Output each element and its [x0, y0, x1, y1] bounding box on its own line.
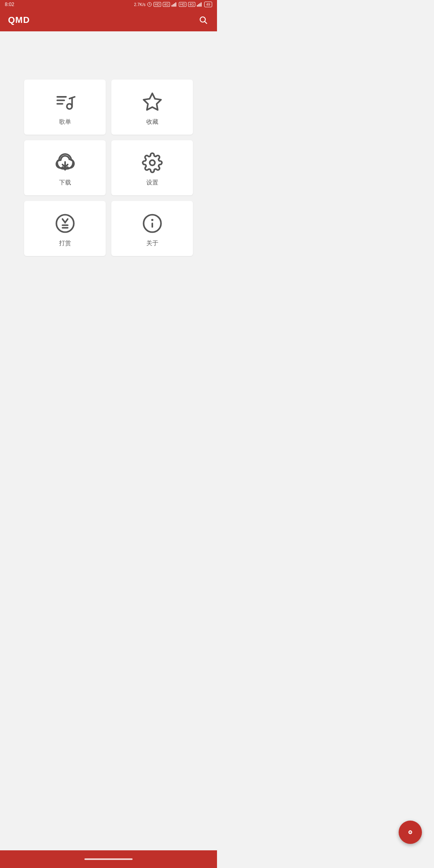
svg-rect-5: [197, 5, 198, 6]
playlist-icon: [55, 92, 76, 113]
playlist-label: 歌单: [59, 118, 71, 126]
grid-item-favorites[interactable]: 收藏: [111, 80, 193, 135]
status-bar: 8:02 2.7K/s HD 4G HD 4G 49: [0, 0, 217, 9]
app-title: QMD: [8, 15, 30, 25]
grid-item-settings[interactable]: 设置: [111, 140, 193, 195]
yen-icon: [55, 213, 76, 234]
network-4g-2: 4G: [188, 2, 195, 7]
grid-item-download[interactable]: 下载: [24, 140, 106, 195]
grid-item-playlist[interactable]: 歌单: [24, 80, 106, 135]
svg-marker-16: [143, 93, 161, 110]
svg-rect-6: [198, 4, 199, 6]
svg-rect-3: [174, 3, 175, 6]
signal-icon-1: [172, 2, 177, 7]
svg-rect-1: [172, 5, 172, 6]
svg-point-9: [200, 17, 205, 22]
info-icon: [142, 213, 163, 234]
battery-indicator: 49: [204, 2, 212, 7]
clock-icon: [147, 2, 152, 7]
grid-item-tip[interactable]: 打赏: [24, 201, 106, 256]
status-right-icons: 2.7K/s HD 4G HD 4G 49: [134, 2, 212, 7]
svg-rect-2: [173, 4, 174, 6]
network-4g-1: 4G: [163, 2, 170, 7]
svg-rect-8: [201, 2, 201, 7]
hd-badge-2: HD: [179, 2, 186, 7]
grid-item-about[interactable]: 关于: [111, 201, 193, 256]
svg-line-10: [205, 22, 207, 24]
signal-icon-2: [197, 2, 203, 7]
svg-rect-7: [199, 3, 200, 6]
svg-point-19: [149, 160, 155, 166]
search-button[interactable]: [198, 14, 209, 26]
svg-point-14: [67, 104, 72, 109]
download-label: 下载: [59, 179, 71, 186]
download-icon: [55, 152, 76, 173]
about-label: 关于: [146, 240, 158, 247]
hd-badge-1: HD: [154, 2, 161, 7]
svg-rect-4: [175, 2, 176, 7]
status-time: 8:02: [5, 2, 14, 7]
settings-label: 设置: [146, 179, 158, 186]
svg-line-15: [69, 97, 74, 98]
menu-grid: 歌单 收藏 下载: [24, 80, 193, 256]
star-icon: [142, 92, 163, 113]
search-icon: [199, 15, 208, 25]
tip-label: 打赏: [59, 240, 71, 247]
app-bar: QMD: [0, 9, 217, 31]
main-content: 歌单 收藏 下载: [0, 31, 217, 288]
settings-icon: [142, 152, 163, 173]
favorites-label: 收藏: [146, 118, 158, 126]
status-speed: 2.7K/s: [134, 2, 145, 7]
